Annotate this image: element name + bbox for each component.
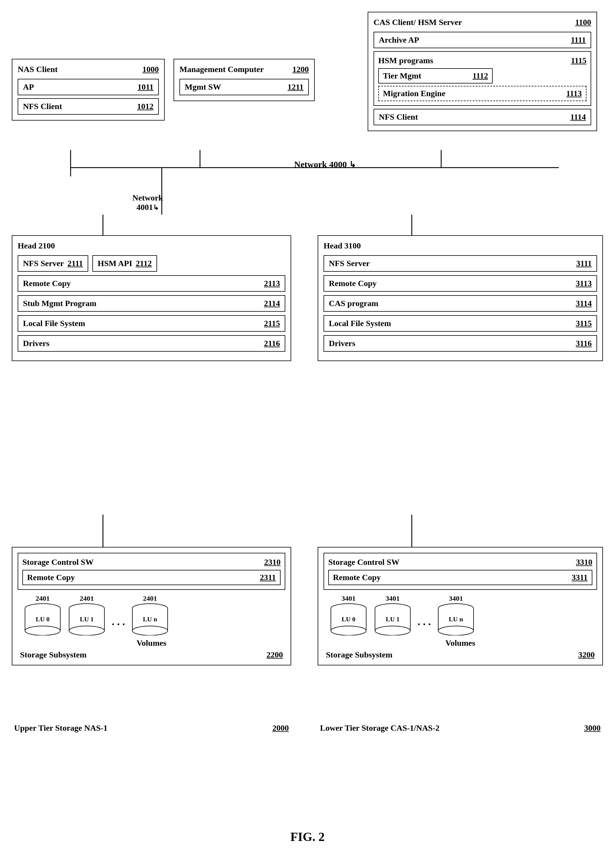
head2100-hsm-api-number: 2112 bbox=[136, 259, 152, 268]
ap-box: AP 1011 bbox=[18, 79, 159, 95]
cas-nfs-client-box: NFS Client 1114 bbox=[373, 109, 591, 125]
hsm-programs-box: HSM programs 1115 Tier Mgmt 1112 Migrati… bbox=[373, 51, 591, 106]
svg-text:LU 0: LU 0 bbox=[36, 616, 49, 623]
nfs-client-number: 1012 bbox=[137, 102, 153, 111]
head2100-hsm-api-label: HSM API bbox=[98, 259, 132, 268]
head3100-cas-program-label: CAS program bbox=[329, 299, 378, 308]
subsystem-number-right: 3200 bbox=[578, 650, 595, 659]
storage-control-sw-2200-label: Storage Control SW bbox=[22, 558, 94, 567]
head2100-nfs-server-box: NFS Server 2111 bbox=[18, 255, 88, 272]
svg-text:LU 1: LU 1 bbox=[80, 616, 94, 623]
luid-3401-n: 3401 bbox=[437, 595, 475, 603]
head3100-remote-copy-label: Remote Copy bbox=[329, 279, 377, 288]
head2100-drivers-number: 2116 bbox=[264, 339, 280, 348]
mgmt-number: 1200 bbox=[292, 65, 309, 74]
head2100-stub-mgmt-label: Stub Mgmt Program bbox=[23, 299, 97, 308]
network-4000-label: Network 4000 ↳ bbox=[294, 159, 356, 169]
head-3100-box: Head 3100 NFS Server 3111 Remote Copy 31… bbox=[318, 235, 603, 361]
cylinder-lu1-left: LU 1 bbox=[68, 603, 106, 636]
lower-tier-label: Lower Tier Storage CAS-1/NAS-2 3000 bbox=[318, 723, 603, 733]
head3100-drivers-label: Drivers bbox=[329, 339, 355, 348]
nfs-client-box: NFS Client 1012 bbox=[18, 98, 159, 115]
upper-tier-label: Upper Tier Storage NAS-1 2000 bbox=[12, 723, 291, 733]
diagram: NAS Client 1000 AP 1011 NFS Client 1012 … bbox=[0, 0, 615, 853]
head3100-nfs-server-number: 3111 bbox=[576, 259, 592, 268]
nas-client-box: NAS Client 1000 AP 1011 NFS Client 1012 bbox=[12, 59, 165, 120]
svg-text:LU 1: LU 1 bbox=[386, 616, 400, 623]
head2100-nfs-server-label: NFS Server bbox=[23, 259, 64, 268]
migration-engine-label: Migration Engine bbox=[383, 89, 445, 98]
volumes-label-left: Volumes bbox=[18, 638, 285, 648]
subsystem-label-right: Storage Subsystem bbox=[326, 650, 392, 659]
cylinder-lu0-right: LU 0 bbox=[329, 603, 368, 636]
cas-nfs-client-label: NFS Client bbox=[379, 112, 418, 122]
subsystem-number-left: 2200 bbox=[267, 650, 283, 659]
svg-text:LU n: LU n bbox=[449, 616, 463, 623]
remote-copy-2311-box: Remote Copy 2311 bbox=[22, 570, 281, 585]
storage-2200-outer-box: Storage Control SW 2310 Remote Copy 2311… bbox=[12, 547, 291, 665]
luid-3401-0: 3401 bbox=[329, 595, 368, 603]
subsystem-row-right: Storage Subsystem 3200 bbox=[323, 650, 597, 659]
subsystem-label-left: Storage Subsystem bbox=[20, 650, 86, 659]
volumes-label-right: Volumes bbox=[323, 638, 597, 648]
svg-point-32 bbox=[331, 626, 366, 636]
cylinder-lu0-left: LU 0 bbox=[23, 603, 62, 636]
head-2100-box: Head 2100 NFS Server 2111 HSM API 2112 R… bbox=[12, 235, 291, 361]
figure-label: FIG. 2 bbox=[0, 830, 615, 844]
tier-mgmt-box: Tier Mgmt 1112 bbox=[378, 68, 493, 84]
remote-copy-2311-number: 2311 bbox=[260, 573, 276, 582]
svg-text:LU n: LU n bbox=[143, 616, 157, 623]
cas-client-box: CAS Client/ HSM Server 1100 Archive AP 1… bbox=[368, 12, 597, 131]
head3100-remote-copy-box: Remote Copy 3113 bbox=[323, 275, 597, 292]
svg-point-14 bbox=[25, 626, 60, 636]
head2100-stub-mgmt-box: Stub Mgmt Program 2114 bbox=[18, 295, 285, 312]
luid-2401-n: 2401 bbox=[131, 595, 169, 603]
nas-client-number: 1000 bbox=[142, 65, 159, 74]
cylinder-lu1-right: LU 1 bbox=[373, 603, 412, 636]
storage-control-sw-2200-box: Storage Control SW 2310 Remote Copy 2311 bbox=[18, 553, 285, 590]
svg-point-20 bbox=[69, 626, 105, 636]
luid-2401-1: 2401 bbox=[68, 595, 106, 603]
ellipsis-left: . . . bbox=[112, 616, 125, 628]
mgmt-sw-number: 1211 bbox=[288, 82, 304, 92]
ellipsis-right: . . . bbox=[418, 616, 431, 628]
remote-copy-3311-number: 3311 bbox=[572, 573, 588, 582]
migration-engine-box: Migration Engine 1113 bbox=[378, 86, 587, 101]
head3100-cas-program-number: 3114 bbox=[576, 299, 592, 308]
svg-text:LU 0: LU 0 bbox=[342, 616, 355, 623]
head3100-drivers-box: Drivers 3116 bbox=[323, 335, 597, 352]
head2100-remote-copy-number: 2113 bbox=[264, 279, 280, 288]
network-4001-label: Network4001↳ bbox=[132, 184, 163, 212]
remote-copy-3311-box: Remote Copy 3311 bbox=[328, 570, 592, 585]
remote-copy-3311-label: Remote Copy bbox=[333, 573, 381, 582]
subsystem-row-left: Storage Subsystem 2200 bbox=[18, 650, 285, 659]
head3100-local-fs-number: 3115 bbox=[576, 319, 592, 328]
mgmt-title: Management Computer bbox=[180, 65, 264, 74]
svg-point-44 bbox=[438, 626, 473, 636]
svg-point-26 bbox=[132, 626, 168, 636]
head2100-remote-copy-box: Remote Copy 2113 bbox=[18, 275, 285, 292]
cylinder-lun-right: LU n bbox=[437, 603, 475, 636]
storage-control-sw-3200-label: Storage Control SW bbox=[328, 558, 400, 567]
archive-ap-label: Archive AP bbox=[379, 35, 419, 45]
luid-3401-1: 3401 bbox=[373, 595, 412, 603]
head3100-nfs-server-box: NFS Server 3111 bbox=[323, 255, 597, 272]
storage-control-sw-2200-number: 2310 bbox=[264, 558, 281, 567]
head2100-local-fs-box: Local File System 2115 bbox=[18, 315, 285, 332]
head-2100-title: Head 2100 bbox=[18, 241, 55, 251]
mgmt-sw-label: Mgmt SW bbox=[185, 82, 221, 92]
cylinder-lun-left: LU n bbox=[131, 603, 169, 636]
head2100-local-fs-label: Local File System bbox=[23, 319, 85, 328]
hsm-programs-label: HSM programs bbox=[378, 56, 433, 65]
head3100-remote-copy-number: 3113 bbox=[576, 279, 592, 288]
luid-2401-0: 2401 bbox=[23, 595, 62, 603]
remote-copy-2311-label: Remote Copy bbox=[27, 573, 75, 582]
head2100-drivers-label: Drivers bbox=[23, 339, 49, 348]
head2100-drivers-box: Drivers 2116 bbox=[18, 335, 285, 352]
ap-number: 1011 bbox=[137, 82, 153, 92]
tier-mgmt-number: 1112 bbox=[472, 71, 488, 81]
cas-title: CAS Client/ HSM Server bbox=[373, 18, 462, 27]
tier-mgmt-label: Tier Mgmt bbox=[383, 71, 421, 81]
hsm-programs-number: 1115 bbox=[571, 56, 587, 65]
svg-point-38 bbox=[375, 626, 410, 636]
